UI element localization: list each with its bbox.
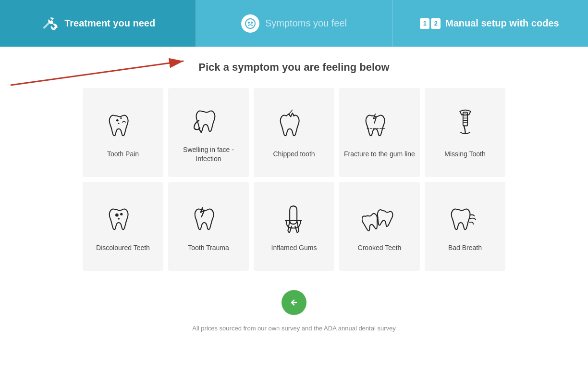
discoloured-teeth-icon xyxy=(104,200,142,239)
svg-point-7 xyxy=(118,123,119,124)
symptom-card-missing[interactable]: Missing Tooth xyxy=(425,88,505,177)
symptom-card-inflamed[interactable]: Inflamed Gums xyxy=(254,182,334,271)
symptom-label-tooth-pain: Tooth Pain xyxy=(107,150,139,158)
code-12-icon: 1 2 xyxy=(421,14,440,33)
back-button[interactable] xyxy=(282,290,306,315)
chipped-tooth-icon xyxy=(275,106,313,145)
svg-point-5 xyxy=(116,119,118,122)
page-heading: Pick a symptom you are feeling below xyxy=(198,61,389,74)
tab-symptoms[interactable]: Symptoms you feel xyxy=(196,0,392,47)
back-arrow-icon xyxy=(288,296,300,309)
symptom-label-swelling: Swelling in face - Infection xyxy=(173,145,244,163)
symptom-label-missing: Missing Tooth xyxy=(444,150,485,158)
symptom-label-crooked: Crooked Teeth xyxy=(358,243,402,252)
svg-point-6 xyxy=(120,117,122,119)
wrench-icon xyxy=(40,14,59,33)
bad-breath-icon xyxy=(446,200,484,239)
symptom-label-fracture: Fracture to the gum line xyxy=(344,150,415,158)
tab-treatment[interactable]: Treatment you need xyxy=(0,0,196,47)
tab-manual[interactable]: 1 2 Manual setup with codes xyxy=(392,0,588,47)
tab-treatment-label: Treatment you need xyxy=(64,18,155,29)
symptom-card-chipped[interactable]: Chipped tooth xyxy=(254,88,334,177)
symptom-label-discoloured: Discoloured Teeth xyxy=(96,243,150,252)
header: Treatment you need Symptoms you feel 1 2… xyxy=(0,0,588,47)
inflamed-gums-icon xyxy=(275,200,313,239)
tab-manual-label: Manual setup with codes xyxy=(445,18,559,29)
symptom-card-tooth-pain[interactable]: Tooth Pain xyxy=(83,88,163,177)
symptom-label-trauma: Tooth Trauma xyxy=(188,243,229,252)
svg-point-2 xyxy=(251,22,252,23)
svg-point-1 xyxy=(248,22,249,23)
symptom-card-discoloured[interactable]: Discoloured Teeth xyxy=(83,182,163,271)
fracture-icon xyxy=(360,106,399,145)
swelling-icon xyxy=(189,102,228,140)
missing-tooth-icon xyxy=(446,106,484,145)
svg-point-17 xyxy=(118,218,120,220)
symptom-grid: Tooth Pain Swelling in face - Infection xyxy=(83,88,505,271)
symptom-card-swelling[interactable]: Swelling in face - Infection xyxy=(168,88,249,177)
symptom-card-fracture[interactable]: Fracture to the gum line xyxy=(339,88,420,177)
symptom-label-chipped: Chipped tooth xyxy=(273,150,315,158)
crooked-teeth-icon xyxy=(360,200,399,239)
symptom-label-bad-breath: Bad Breath xyxy=(448,243,482,252)
symptom-card-crooked[interactable]: Crooked Teeth xyxy=(339,182,420,271)
symptom-card-trauma[interactable]: Tooth Trauma xyxy=(168,182,249,271)
main-content: Pick a symptom you are feeling below Too… xyxy=(0,47,588,341)
heading-row: Pick a symptom you are feeling below xyxy=(87,61,501,74)
tooth-pain-icon xyxy=(104,106,142,145)
footer-text: All prices sourced from our own survey a… xyxy=(192,325,395,332)
svg-point-16 xyxy=(120,213,122,215)
svg-point-0 xyxy=(245,19,255,28)
tab-symptoms-label: Symptoms you feel xyxy=(265,18,347,29)
symptom-label-inflamed: Inflamed Gums xyxy=(271,243,317,252)
svg-line-4 xyxy=(11,61,184,85)
tooth-trauma-icon xyxy=(189,200,228,239)
symptom-card-bad-breath[interactable]: Bad Breath xyxy=(425,182,505,271)
face-icon xyxy=(241,14,259,33)
svg-point-15 xyxy=(115,214,119,217)
